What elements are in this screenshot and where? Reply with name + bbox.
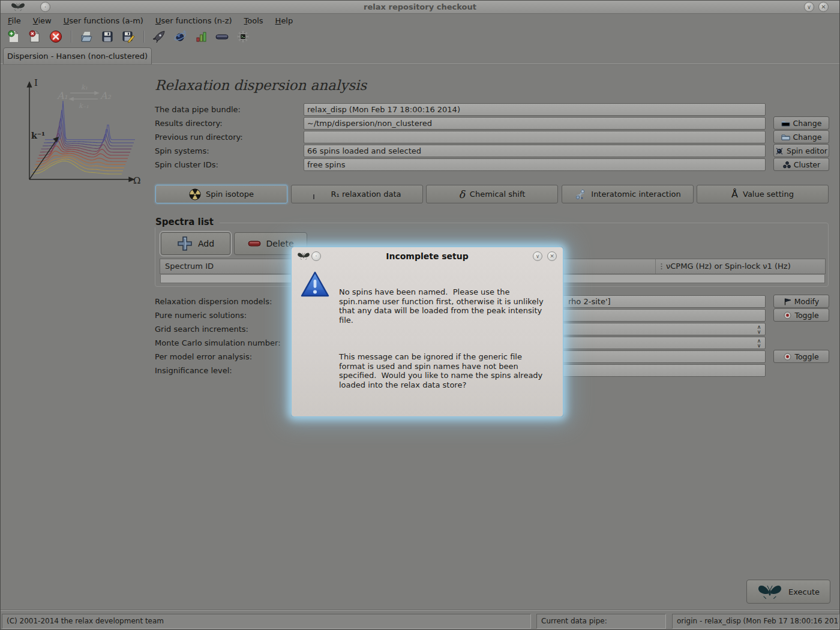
spin-cluster-ids-field[interactable]: free spins [304,158,766,171]
grace-plot-icon[interactable] [194,29,208,44]
spin-icon [775,147,784,155]
radio-toggle-icon [784,311,791,319]
menu-help[interactable]: Help [269,14,299,27]
dialog-close-button[interactable]: ✕ [547,251,557,261]
monte-carlo-spinner[interactable]: ∧∨ [755,338,763,349]
cluster-button[interactable]: Cluster [773,158,829,171]
results-directory-field[interactable]: ~/tmp/dispersion/non_clustered [304,117,766,130]
warning-icon [299,270,331,299]
previous-run-directory-field[interactable] [304,131,766,143]
statusbar-groove [1,610,839,611]
dialog-paragraph-1: No spins have been named. Please use the… [339,287,549,325]
column-header-cpmg[interactable]: νCPMG (Hz) or Spin-lock ν1 (Hz) [656,259,825,274]
title-bar[interactable]: · relax repository checkout ∨ ✕ [1,1,839,14]
spin-isotope-button[interactable]: Spin isotope [155,185,287,203]
menu-user-functions-am[interactable]: User functions (a-m) [58,14,149,27]
menu-tools[interactable]: Tools [238,14,269,27]
spin-systems-label: Spin systems: [155,145,209,157]
svg-text:A₂: A₂ [100,90,112,101]
status-pipe-label: Current data pipe: [536,614,666,629]
close-button[interactable]: ✕ [818,2,829,12]
spin-systems-field[interactable]: 66 spins loaded and selected [304,145,766,157]
spectra-list-title: Spectra list [155,217,220,227]
dialog-shade-button[interactable]: ∨ [533,251,542,261]
toggle-error-analysis-button[interactable]: Toggle [773,350,829,363]
pipe-editor-icon[interactable] [215,29,229,44]
page-title: Relaxation dispersion analysis [155,77,367,93]
open-state-icon[interactable] [79,29,94,44]
menu-bar: File View User functions (a-m) User func… [1,14,839,28]
results-directory-change-button[interactable]: Change [773,116,829,130]
window-title: relax repository checkout [1,2,839,11]
shade-button[interactable]: ∨ [804,2,814,12]
folder-icon [781,119,790,127]
spinner-down-icon[interactable]: ∨ [757,343,761,348]
new-analysis-icon[interactable] [7,29,21,44]
dispersion-models-label: Relaxation dispersion models: [155,295,272,308]
menu-user-functions-nz[interactable]: User functions (n-z) [149,14,238,27]
per-model-error-label: Per model error analysis: [155,350,252,363]
relax-mode-icon[interactable] [152,29,166,44]
toolbar [1,28,839,46]
peak-icon [313,189,326,200]
monte-carlo-label: Monte Carlo simulation number: [155,337,281,349]
previous-run-directory-label: Previous run directory: [155,131,243,143]
modify-models-button[interactable]: Modify [773,295,829,308]
execute-button[interactable]: Execute [746,580,830,604]
chemical-shift-button[interactable]: δ Chemical shift [426,185,558,203]
angstrom-icon: Å [731,188,738,200]
status-copyright: (C) 2001-2014 the relax development team [2,614,531,629]
data-pipe-bundle-field[interactable]: relax_disp (Mon Feb 17 18:00:16 2014) [304,103,766,116]
save-state-icon[interactable] [100,29,115,44]
relax-prompt-icon[interactable] [236,29,250,44]
grid-search-spinner[interactable]: ∧∨ [755,324,763,335]
interatomic-interaction-button[interactable]: Interatomic interaction [562,185,694,203]
thumb-x-axis-label: Ω [133,175,140,186]
folder-icon [781,133,790,140]
delta-icon: δ [459,188,465,200]
pure-numeric-label: Pure numeric solutions: [155,309,247,322]
thumb-y-axis-label: I [34,77,38,88]
column-grip-icon[interactable] [661,263,662,270]
results-directory-label: Results directory: [155,117,223,130]
spin-viewer-icon[interactable] [173,29,187,44]
spin-cluster-ids-label: Spin cluster IDs: [155,158,218,171]
toggle-numeric-button[interactable]: Toggle [773,308,829,322]
add-spectrum-button[interactable]: Add [161,232,230,255]
data-pipe-bundle-label: The data pipe bundle: [155,103,241,116]
close-analysis-icon[interactable] [28,29,42,44]
svg-text:k₋₁: k₋₁ [79,102,89,110]
radiation-icon [189,188,201,200]
menu-file[interactable]: File [2,14,27,27]
status-bar: (C) 2001-2014 the relax development team… [1,613,839,630]
svg-text:k₁: k₁ [81,83,88,91]
spin-editor-button[interactable]: Spin editor [773,144,829,157]
previous-run-change-button[interactable]: Change [773,130,829,143]
exit-icon[interactable] [49,29,63,44]
status-pipe-value: origin - relax_disp (Mon Feb 17 18:00:16… [672,614,839,629]
grid-search-label: Grid search increments: [155,323,248,335]
plus-icon [177,236,193,251]
insignificance-level-label: Insignificance level: [155,364,232,377]
flag-icon [784,298,791,305]
dialog-title-bar[interactable]: · Incomplete setup ∨ ✕ [292,247,563,265]
incomplete-setup-dialog: · Incomplete setup ∨ ✕ No spins have bee… [291,247,563,417]
dialog-title: Incomplete setup [292,251,563,261]
tab-dispersion-hansen[interactable]: Dispersion - Hansen (non-clustered) [3,47,152,64]
dispersion-thumbnail-plot: I Ω k⁻¹ A₁ A₂ k₁ k₋₁ [11,74,142,189]
value-setting-button[interactable]: Å Value setting [697,185,829,203]
menu-view[interactable]: View [27,14,58,27]
dialog-paragraph-2: This message can be ignored if the gener… [339,352,549,389]
save-as-icon[interactable] [121,29,136,44]
toolbar-separator [143,31,144,43]
spinner-down-icon[interactable]: ∨ [757,329,761,334]
minus-icon [248,241,261,247]
thumb-z-axis-label: k⁻¹ [31,131,45,140]
r1-relaxation-data-button[interactable]: R₁ relaxation data [291,185,423,203]
toolbar-separator [71,31,71,43]
interatomic-icon [574,188,586,200]
dialog-message: No spins have been named. Please use the… [339,269,549,408]
butterfly-icon [757,584,782,600]
radio-toggle-icon [784,353,791,361]
cluster-icon [782,161,791,169]
